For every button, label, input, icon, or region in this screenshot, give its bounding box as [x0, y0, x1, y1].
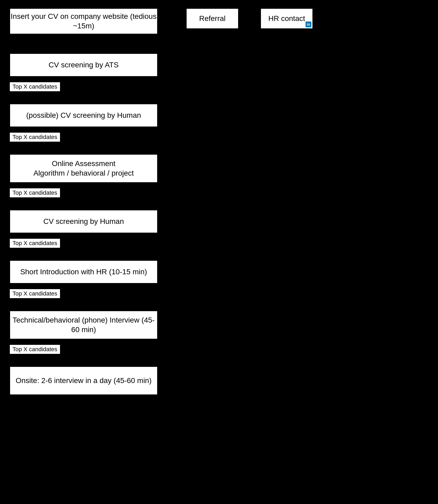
hr-contact-label: HR contact [268, 14, 305, 23]
cv-ats-box: CV screening by ATS [9, 53, 158, 77]
phone-interview-repeat: x3 [162, 321, 169, 329]
top-x-label-5: Top X candidates [9, 289, 61, 299]
phone-interview-label: Technical/behavioral (phone) Interview (… [10, 315, 157, 335]
online-assessment-box: Online AssessmentAlgorithm / behavioral … [9, 154, 158, 183]
onsite-box: Onsite: 2-6 interview in a day (45-60 mi… [9, 366, 158, 395]
top-x-label-6: Top X candidates [9, 344, 61, 354]
cv-human-box: CV screening by Human [9, 210, 158, 233]
online-assessment-repeat: x3 [162, 165, 169, 173]
hr-intro-label: Short Introduction with HR (10-15 min) [20, 267, 147, 277]
online-assessment-label: Online AssessmentAlgorithm / behavioral … [33, 159, 134, 178]
cv-insert-box: Insert your CV on company website (tedio… [9, 8, 158, 34]
cv-human-possible-label: (possible) CV screening by Human [26, 111, 141, 120]
hr-contact-box: HR contact in [260, 8, 313, 29]
referral-label: Referral [199, 14, 226, 23]
diagram-container: Insert your CV on company website (tedio… [0, 0, 438, 504]
cv-ats-label: CV screening by ATS [49, 60, 119, 70]
onsite-label: Onsite: 2-6 interview in a day (45-60 mi… [16, 376, 152, 385]
hr-intro-box: Short Introduction with HR (10-15 min) [9, 260, 158, 284]
cv-human-label: CV screening by Human [43, 217, 124, 226]
phone-interview-box: Technical/behavioral (phone) Interview (… [9, 310, 158, 340]
cv-human-possible-box: (possible) CV screening by Human [9, 103, 158, 127]
top-x-label-1: Top X candidates [9, 82, 61, 92]
referral-box: Referral [186, 8, 239, 29]
top-x-label-4: Top X candidates [9, 238, 61, 248]
top-x-label-2: Top X candidates [9, 132, 61, 142]
top-x-label-3: Top X candidates [9, 188, 61, 198]
linkedin-icon: in [306, 21, 311, 27]
cv-insert-label: Insert your CV on company website (tedio… [10, 12, 157, 31]
